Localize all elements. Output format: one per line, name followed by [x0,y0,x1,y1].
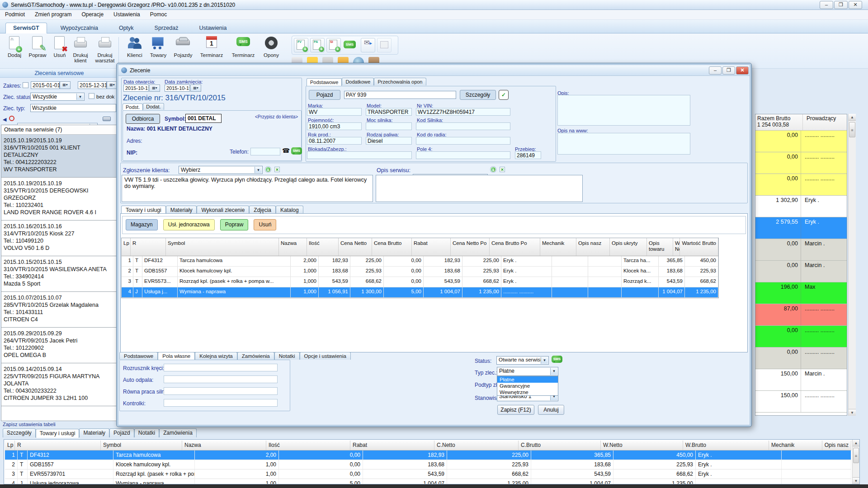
order-list-item[interactable]: 2015.10.15/2015.10.15 310/VTR/10/2015 WA… [1,256,116,292]
prev-arrow-icon[interactable]: ◀ [3,117,6,122]
vehicle-tab[interactable]: Dodatkowe [342,78,374,85]
capacity-input[interactable]: 1910,00 cm3 [307,122,362,130]
fuel-input[interactable]: Diesel [366,137,412,145]
summary-row[interactable]: 87,00 ......... ......... [755,304,847,326]
item-row[interactable]: 2TGDB1557Klocek hamulcowy kpl.1,000183,6… [122,267,718,277]
minimize-button[interactable]: – [820,1,833,9]
vin-input[interactable]: WV1ZZZ7HZ8H059417 [416,108,510,116]
dialog-maximize-button[interactable]: ❐ [722,66,735,75]
mail-send-button[interactable]: ✉▸ [361,38,375,52]
menu-item[interactable]: Podmiot [0,10,30,19]
detail-tab[interactable]: Zamówienia [237,352,274,360]
column-header[interactable]: Wartość Netto [673,238,680,256]
clients-button[interactable]: Klienci [123,35,146,58]
menu-item[interactable]: Zmień program [30,10,76,19]
status-sms-icon[interactable]: SMS [552,356,562,363]
detail-tab[interactable]: Pola własne [158,352,195,360]
scroll-up-icon[interactable]: ▲ [849,114,856,121]
detail-tab[interactable]: Kolejna wizyta [195,352,237,360]
summary-row[interactable]: 0,00 ......... ......... [755,326,847,347]
receipt-add-button[interactable]: PA+ [310,38,325,52]
column-header[interactable]: C.Netto [434,441,519,450]
bezdok-checkbox[interactable] [89,93,94,99]
column-header[interactable]: Cena Brutto [372,238,412,256]
column-header[interactable]: Symbol [166,238,279,256]
assign-to-client-link[interactable]: <Przypisz do klienta> [255,114,298,119]
scroll-down-icon[interactable]: ▼ [853,477,859,484]
scroll-up-icon[interactable]: ▲ [853,440,859,446]
add-order-button[interactable]: ZL+ Dodaj [3,35,26,58]
column-header[interactable]: C.Brutto [519,441,601,450]
order-list-item[interactable]: 2015.10.16/2015.10.16 314/VTR/10/2015 Ki… [1,221,116,256]
bottom-tab[interactable]: Notatki [134,428,159,437]
layout-button[interactable] [377,38,392,52]
tires-button[interactable]: Opony [259,35,283,58]
action-button[interactable]: Usuń [254,219,276,230]
column-header[interactable]: Opis nasz [822,441,851,450]
menu-item[interactable]: Pomoc [145,10,172,19]
summary-row[interactable]: 0,00 Marcin . [755,261,847,282]
dialog-minimize-button[interactable]: – [709,66,722,75]
module-tab[interactable]: Wypożyczalnia [53,23,105,33]
expand-request-icon[interactable]: × [274,167,280,172]
table-row[interactable]: 4JUsługa jednorazowaWymiana - naprawa1,0… [5,479,851,484]
custom-field-input[interactable] [164,387,278,395]
column-header[interactable]: Mechanik [769,441,822,450]
prod-year-input[interactable]: 08.11.2007 [307,137,362,145]
column-header[interactable]: Cena Brutto Po [490,238,540,256]
close-date-calendar-button[interactable]: ▦▾ [190,84,201,92]
sms-calendar-button[interactable]: SMS Terminarz [231,35,255,58]
column-header[interactable]: Nazwa [279,238,307,256]
menu-item[interactable]: Operacje [76,10,108,19]
order-type-combo[interactable]: Płatne [497,367,558,376]
item-row[interactable]: 3TEVR5573...Rozrząd kpl. (pasek + rolka … [122,277,718,287]
column-header[interactable]: Cena Netto Po [451,238,490,256]
date-from-input[interactable]: 2015-01-01 [31,81,60,89]
save-button[interactable]: Zapisz (F12) [497,405,534,415]
summary-row[interactable]: 150,00 Marcin . [755,369,847,391]
summary-row[interactable]: 1 302,90 Eryk . [755,196,847,217]
action-button[interactable]: Magazyn [126,219,158,230]
column-header[interactable]: Cena Netto [339,238,372,256]
brand-input[interactable]: WV [307,108,362,116]
open-date-calendar-button[interactable]: ▦▾ [149,84,160,92]
bill-add-button[interactable]: SI+ [326,38,341,52]
column-header[interactable]: Rabat [350,441,434,450]
column-header[interactable]: Ilość [307,238,339,256]
item-row[interactable]: 4JUsługa j...Wymiana - naprawa1,0001 056… [122,287,718,298]
module-tab[interactable]: Sprzedaż [147,23,186,33]
bottom-tab[interactable]: Materiały [79,428,109,437]
client-tab[interactable]: Podst. [123,103,143,110]
dropdown-option[interactable]: Płatne [497,376,558,383]
table-row[interactable]: 3TEVR55739701Rozrząd kpl. (pasek + rolka… [5,469,851,479]
summary-row[interactable]: 2 579,55 Eryk . [755,217,847,239]
scroll-thumb[interactable]: ≡ [853,448,859,463]
www-description-textarea[interactable] [557,133,690,155]
summary-row[interactable]: 0,00 ......... ......... [755,347,847,369]
power-input[interactable] [366,122,412,130]
status-combo[interactable]: Otwarte na serwisie [496,356,549,365]
vehicle-refresh-icon[interactable]: ✓ [499,90,509,100]
type-filter-input[interactable]: Wszystkie [30,104,116,112]
module-tab[interactable]: Optyk [112,23,141,33]
refresh-icon[interactable] [9,116,14,121]
recipient-button[interactable]: Odbiorca [126,114,160,124]
module-tab[interactable]: SerwisGT [5,23,47,34]
bottom-tab[interactable]: Towary i usługi [36,429,80,438]
detail-tab[interactable]: Podstawowe [119,352,158,360]
column-header[interactable]: W.Brutto [683,441,769,450]
vehicle-details-button[interactable]: Szczegóły [460,90,496,100]
invoice-add-button[interactable]: FV+ [294,38,308,52]
summary-row[interactable]: 0,00 ......... ......... [755,174,847,196]
sms-icon[interactable]: SMS [291,147,302,155]
detail-tab[interactable]: Notatki [274,352,300,360]
column-header[interactable]: Wartość Brutto [680,238,718,256]
column-header[interactable]: R [15,441,101,450]
vehicle-button[interactable]: Pojazd [309,90,340,100]
save-table-settings-link[interactable]: Zapisz ustawienia tabeli [3,422,56,427]
menu-item[interactable]: Ustawienia [108,10,145,19]
model-input[interactable]: TRANSPORTER [366,108,412,116]
phone-input[interactable] [250,148,280,155]
cancel-button[interactable]: Anuluj [538,405,564,415]
client-request-text[interactable]: VW T5 1.9 tdi - uszczelka głowicy. Wyrzu… [122,175,373,202]
